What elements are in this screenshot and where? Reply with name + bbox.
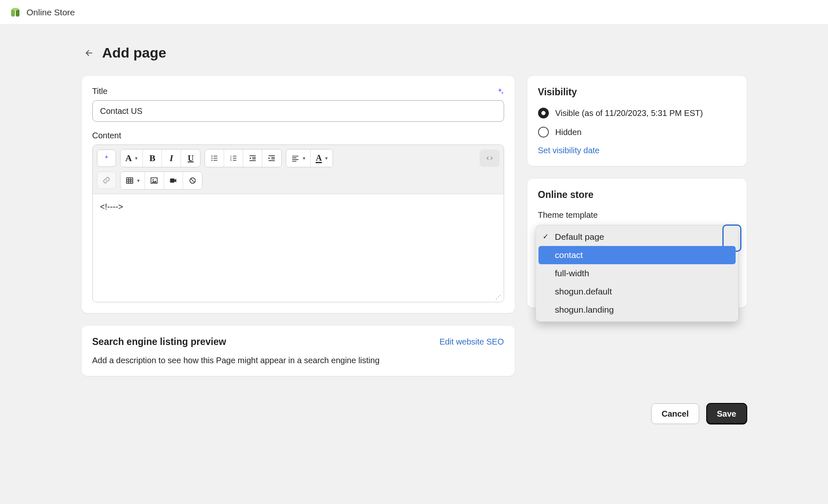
content-card: Title Content A▾ B I bbox=[82, 76, 515, 313]
radio-icon bbox=[538, 127, 549, 137]
save-button[interactable]: Save bbox=[707, 403, 747, 424]
content-label: Content bbox=[92, 131, 504, 140]
radio-hidden-label: Hidden bbox=[555, 128, 582, 137]
video-button[interactable] bbox=[164, 172, 183, 189]
template-option-full-width[interactable]: full-width bbox=[538, 264, 736, 282]
svg-point-3 bbox=[211, 156, 212, 157]
align-left-icon bbox=[291, 154, 299, 162]
table-icon bbox=[126, 176, 134, 185]
indent-button[interactable] bbox=[262, 150, 281, 167]
svg-rect-12 bbox=[170, 178, 175, 183]
text-color-icon: A bbox=[316, 154, 321, 163]
resize-handle-icon[interactable]: ⋰ bbox=[495, 294, 501, 300]
rich-text-editor: A▾ B I U 123 bbox=[92, 145, 504, 302]
text-color-dropdown[interactable]: A ▾ bbox=[311, 150, 332, 167]
svg-point-4 bbox=[211, 158, 212, 159]
footer-actions: Cancel Save bbox=[82, 403, 747, 424]
svg-point-5 bbox=[211, 160, 212, 161]
back-button[interactable] bbox=[83, 47, 95, 59]
radio-visible[interactable]: Visible (as of 11/20/2023, 5:31 PM EST) bbox=[538, 108, 736, 118]
template-option-contact[interactable]: contact bbox=[538, 246, 736, 264]
indent-icon bbox=[268, 154, 276, 162]
editor-content: <!----> bbox=[100, 202, 123, 211]
clear-format-button[interactable] bbox=[183, 172, 202, 189]
arrow-left-icon bbox=[84, 48, 94, 58]
option-label: contact bbox=[555, 250, 583, 260]
chevron-down-icon: ▾ bbox=[137, 178, 140, 183]
code-view-button[interactable] bbox=[480, 150, 500, 167]
option-label: full-width bbox=[555, 268, 589, 278]
svg-text:3: 3 bbox=[230, 159, 232, 162]
topbar-title: Online Store bbox=[27, 7, 75, 17]
ai-assist-button[interactable] bbox=[97, 150, 116, 167]
number-list-button[interactable]: 123 bbox=[224, 150, 243, 167]
sparkle-icon bbox=[103, 154, 110, 162]
bold-icon: B bbox=[150, 153, 156, 164]
align-dropdown[interactable]: ▾ bbox=[286, 150, 311, 167]
bullet-list-icon bbox=[210, 154, 219, 162]
topbar: Online Store bbox=[0, 0, 828, 25]
editor-textarea[interactable]: <!----> ⋰ bbox=[93, 194, 504, 302]
option-label: shogun.default bbox=[555, 287, 612, 296]
chevron-down-icon: ▾ bbox=[325, 155, 328, 161]
svg-point-11 bbox=[152, 179, 154, 181]
image-button[interactable] bbox=[145, 172, 164, 189]
visibility-card: Visibility Visible (as of 11/20/2023, 5:… bbox=[527, 76, 747, 166]
set-visibility-date-link[interactable]: Set visibility date bbox=[538, 146, 736, 155]
theme-template-label: Theme template bbox=[538, 210, 736, 220]
store-logo-icon bbox=[10, 7, 21, 18]
edit-seo-link[interactable]: Edit website SEO bbox=[439, 337, 504, 347]
video-icon bbox=[169, 176, 177, 185]
number-list-icon: 123 bbox=[229, 154, 238, 162]
radio-hidden[interactable]: Hidden bbox=[538, 127, 736, 137]
link-icon bbox=[102, 176, 111, 184]
code-icon bbox=[485, 154, 494, 163]
seo-description: Add a description to see how this Page m… bbox=[92, 356, 504, 365]
radio-icon bbox=[538, 108, 549, 118]
option-label: Default page bbox=[555, 232, 604, 241]
cancel-button[interactable]: Cancel bbox=[651, 403, 699, 424]
ai-sparkle-icon[interactable] bbox=[496, 87, 504, 96]
radio-visible-label: Visible (as of 11/20/2023, 5:31 PM EST) bbox=[555, 109, 703, 118]
template-option-shogun-landing[interactable]: shogun.landing bbox=[538, 301, 736, 319]
underline-button[interactable]: U bbox=[181, 150, 200, 167]
check-icon: ✓ bbox=[543, 232, 549, 241]
seo-card: Search engine listing preview Edit websi… bbox=[82, 326, 515, 376]
visibility-title: Visibility bbox=[538, 87, 736, 98]
outdent-button[interactable] bbox=[243, 150, 262, 167]
theme-template-dropdown: ✓ Default page contact full-width shogun… bbox=[536, 225, 739, 322]
bold-button[interactable]: B bbox=[143, 150, 162, 167]
italic-icon: I bbox=[170, 153, 174, 164]
title-label: Title bbox=[92, 87, 108, 96]
seo-title: Search engine listing preview bbox=[92, 336, 226, 347]
svg-rect-2 bbox=[12, 8, 18, 10]
chevron-down-icon: ▾ bbox=[303, 155, 305, 161]
table-dropdown[interactable]: ▾ bbox=[121, 172, 145, 189]
option-label: shogun.landing bbox=[555, 305, 614, 314]
clear-icon bbox=[188, 176, 197, 185]
svg-rect-9 bbox=[126, 178, 133, 183]
template-option-default[interactable]: ✓ Default page bbox=[538, 228, 736, 246]
editor-toolbar: A▾ B I U 123 bbox=[93, 145, 504, 194]
underline-icon: U bbox=[188, 154, 193, 163]
template-option-shogun-default[interactable]: shogun.default bbox=[538, 282, 736, 301]
bullet-list-button[interactable] bbox=[205, 150, 224, 167]
online-store-title: Online store bbox=[538, 189, 736, 200]
italic-button[interactable]: I bbox=[162, 150, 181, 167]
page-title: Add page bbox=[102, 45, 167, 61]
title-input[interactable] bbox=[92, 100, 504, 122]
format-block-dropdown[interactable]: A▾ bbox=[121, 150, 143, 167]
outdent-icon bbox=[249, 154, 257, 162]
image-icon bbox=[150, 176, 158, 185]
link-button[interactable] bbox=[97, 171, 116, 189]
font-icon: A bbox=[126, 153, 132, 164]
chevron-down-icon: ▾ bbox=[135, 155, 138, 161]
online-store-card: Online store Theme template ✓ Default pa… bbox=[527, 178, 747, 308]
page-header: Add page bbox=[82, 45, 747, 61]
